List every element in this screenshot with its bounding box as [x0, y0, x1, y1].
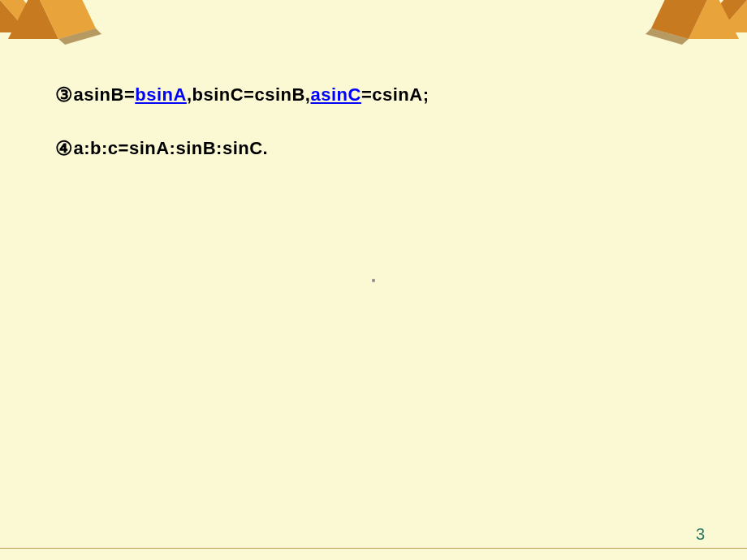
- line3-part3: =csinA;: [361, 84, 430, 105]
- marker-3: ③: [55, 84, 74, 106]
- link-asinC[interactable]: asinC: [310, 84, 361, 105]
- pyramid-decoration-right: [646, 0, 747, 48]
- link-bsinA[interactable]: bsinA: [135, 84, 187, 105]
- line3-part2: ,bsinC=csinB,: [187, 84, 311, 105]
- line3-part1: asinB=: [74, 84, 136, 105]
- pyramid-decoration-left: [0, 0, 101, 48]
- line4-text: a:b:c=sinA:sinB:sinC.: [74, 138, 269, 158]
- line-3: ③asinB=bsinA,bsinC=csinB,asinC=csinA;: [55, 81, 692, 109]
- slide-content: ③asinB=bsinA,bsinC=csinB,asinC=csinA; ④a…: [55, 81, 692, 187]
- page-number: 3: [696, 525, 705, 544]
- marker-4: ④: [55, 137, 74, 159]
- bottom-divider: [0, 548, 747, 549]
- line-4: ④a:b:c=sinA:sinB:sinC.: [55, 135, 692, 162]
- center-marker: ▪: [372, 274, 376, 286]
